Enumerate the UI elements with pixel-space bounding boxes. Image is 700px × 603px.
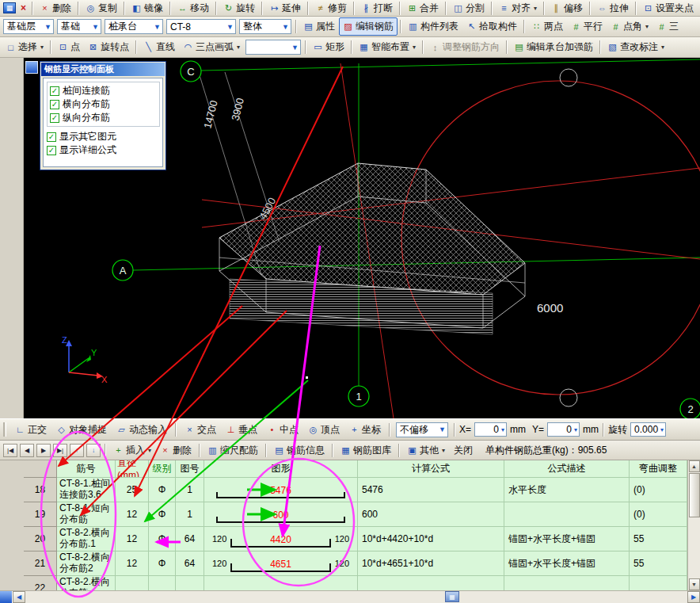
two-point-button[interactable]: ∷两点 bbox=[527, 17, 567, 36]
checkbox-checked-icon[interactable]: ✓ bbox=[50, 113, 59, 123]
delete-row-button[interactable]: ×删除 bbox=[156, 441, 196, 460]
cell-diameter[interactable] bbox=[116, 576, 149, 590]
scrollbar-track[interactable]: ▦ bbox=[25, 591, 687, 603]
header-rebar-id[interactable]: 筋号 bbox=[57, 460, 116, 478]
cell-rebar-id[interactable]: CT-8-2.横向分布筋 bbox=[57, 576, 116, 590]
checkbox-checked-icon[interactable]: ✓ bbox=[47, 132, 56, 142]
cell-level[interactable] bbox=[149, 576, 176, 590]
cell-rebar-id[interactable]: CT-8-2.横向分布筋.1 bbox=[57, 527, 116, 551]
merge-button[interactable]: ⊞合并 bbox=[403, 0, 443, 17]
rotate-point-button[interactable]: ⊠旋转点 bbox=[84, 38, 133, 56]
type-select[interactable]: 桩承台▼ bbox=[105, 19, 163, 34]
rotate-button[interactable]: ↻旋转 bbox=[219, 0, 259, 17]
close-icon[interactable]: × bbox=[17, 2, 29, 13]
point-button[interactable]: ⊡点 bbox=[54, 38, 84, 56]
spinner-icon[interactable]: ▾ bbox=[574, 426, 577, 433]
prev-row-button[interactable]: ◀ bbox=[20, 444, 34, 457]
row-number[interactable]: 22 bbox=[24, 576, 57, 590]
rebar-row-22[interactable]: 22 CT-8-2.横向分布筋 bbox=[24, 576, 687, 590]
cell-level[interactable]: Φ bbox=[149, 502, 176, 527]
row-number[interactable]: 21 bbox=[24, 551, 57, 576]
cell-figure-no[interactable]: 1 bbox=[176, 502, 204, 527]
cell-diameter[interactable]: 12 bbox=[116, 527, 149, 551]
cell-formula[interactable]: 10*d+4651+10*d bbox=[358, 551, 504, 576]
scroll-up-icon[interactable]: ▲ bbox=[689, 460, 700, 472]
move-down-button[interactable]: ↓ bbox=[86, 444, 101, 457]
three-point-arc-button[interactable]: ◠三点画弧▾ bbox=[179, 38, 244, 56]
point-angle-button[interactable]: #点角▾ bbox=[607, 17, 652, 36]
scale-rebar-button[interactable]: ▥缩尺配筋 bbox=[204, 441, 262, 460]
cell-formula[interactable] bbox=[358, 576, 504, 590]
next-row-button[interactable]: ▶ bbox=[36, 444, 51, 457]
cell-formula[interactable]: 5476 bbox=[358, 478, 504, 502]
scrollbar-thumb[interactable] bbox=[689, 473, 700, 517]
cell-bend-adjust[interactable]: 55 bbox=[630, 527, 687, 551]
cell-formula-desc[interactable]: 锚固+水平长度+锚固 bbox=[504, 527, 630, 551]
copy-button[interactable]: ◎复制 bbox=[82, 0, 121, 17]
cell-shape[interactable] bbox=[204, 576, 358, 590]
rebar-library-button[interactable]: ▦钢筋图库 bbox=[337, 441, 395, 460]
horizontal-scrollbar[interactable]: ◀ ▦ ▶ bbox=[0, 590, 700, 603]
checkbox-longitudinal-rebar[interactable]: ✓纵向分布筋 bbox=[50, 111, 157, 124]
cell-shape[interactable]: 120 4420 120 bbox=[204, 527, 358, 551]
header-formula[interactable]: 计算公式 bbox=[358, 460, 504, 478]
cell-rebar-id[interactable]: CT-8-1.桩间连接筋3.6 bbox=[57, 478, 116, 502]
cell-diameter[interactable]: 12 bbox=[116, 551, 149, 576]
midpoint-snap-button[interactable]: •中点 bbox=[263, 421, 302, 439]
scroll-right-icon[interactable]: ▶ bbox=[687, 591, 700, 603]
select-button[interactable]: □选择▾ bbox=[2, 38, 48, 56]
header-shape[interactable]: 图形 bbox=[204, 460, 358, 478]
stretch-button[interactable]: ⇔拉伸 bbox=[593, 0, 633, 17]
coordinate-snap-button[interactable]: +坐标 bbox=[345, 421, 385, 439]
toolbar-grip[interactable] bbox=[3, 422, 6, 437]
cell-level[interactable]: Φ bbox=[149, 527, 176, 551]
row-number[interactable]: 18 bbox=[24, 478, 57, 502]
trim-button[interactable]: ≠修剪 bbox=[311, 0, 351, 17]
layer-mini-icon[interactable] bbox=[25, 61, 38, 74]
spinner-icon[interactable]: ▾ bbox=[501, 426, 504, 433]
rebar-info-button[interactable]: ▤钢筋信息 bbox=[270, 441, 329, 460]
category-select[interactable]: 基础▼ bbox=[57, 19, 101, 34]
spinner-icon[interactable]: ▾ bbox=[660, 426, 664, 433]
header-bend-adjust[interactable]: 弯曲调整 bbox=[630, 460, 687, 478]
break-button[interactable]: ∦打断 bbox=[357, 0, 397, 17]
offset-button[interactable]: ∥偏移 bbox=[547, 0, 587, 17]
view-mode-select[interactable]: 整体▼ bbox=[239, 19, 291, 34]
cell-figure-no[interactable]: 64 bbox=[176, 551, 204, 576]
mirror-button[interactable]: ◧镜像 bbox=[127, 0, 167, 17]
cell-bend-adjust[interactable] bbox=[630, 576, 687, 590]
rectangle-button[interactable]: ▭矩形 bbox=[309, 38, 348, 56]
checkbox-checked-icon[interactable]: ✓ bbox=[50, 100, 59, 109]
cell-diameter[interactable]: 25 bbox=[116, 478, 149, 502]
table-vertical-scrollbar[interactable]: ▲ ▼ bbox=[687, 460, 700, 590]
cell-shape[interactable]: 120 4651 120 bbox=[204, 551, 358, 576]
other-button[interactable]: ▣其他▾ bbox=[403, 441, 449, 460]
cell-formula-desc[interactable]: 水平长度 bbox=[504, 478, 630, 502]
checkbox-show-detail-formula[interactable]: ✓显示详细公式 bbox=[47, 143, 160, 157]
delete-button[interactable]: ×删除 bbox=[36, 0, 75, 17]
header-diameter[interactable]: 直径(mm) bbox=[116, 460, 149, 478]
extend-button[interactable]: ↦延伸 bbox=[265, 0, 305, 17]
checkbox-checked-icon[interactable]: ✓ bbox=[47, 146, 56, 155]
perpendicular-snap-button[interactable]: ⊥垂点 bbox=[222, 421, 261, 439]
cell-bend-adjust[interactable]: (0) bbox=[630, 478, 687, 502]
rebar-row-19[interactable]: 19 CT-8-1.短向分布筋 12 Φ 1 600 600 (0) bbox=[24, 502, 687, 527]
align-button[interactable]: ≡对齐▾ bbox=[495, 0, 541, 17]
component-name-select[interactable]: CT-8▼ bbox=[166, 19, 236, 34]
last-row-button[interactable]: ▶| bbox=[53, 444, 67, 457]
row-number[interactable]: 20 bbox=[24, 527, 57, 551]
header-formula-desc[interactable]: 公式描述 bbox=[504, 460, 630, 478]
ortho-toggle[interactable]: ∟正交 bbox=[11, 421, 51, 439]
cell-shape[interactable]: 600 bbox=[204, 502, 358, 527]
cell-level[interactable]: Φ bbox=[149, 478, 176, 502]
cell-figure-no[interactable]: 64 bbox=[176, 527, 204, 551]
rebar-row-18[interactable]: 18 CT-8-1.桩间连接筋3.6 25 Φ 1 5476 5476 水平长度… bbox=[24, 478, 687, 502]
checkbox-transverse-rebar[interactable]: ✓横向分布筋 bbox=[50, 97, 157, 111]
vertex-snap-button[interactable]: ◎顶点 bbox=[304, 421, 344, 439]
arc-option-select[interactable]: ▼ bbox=[245, 40, 301, 55]
edit-rebar-button[interactable]: ▨编辑钢筋 bbox=[339, 17, 398, 36]
cell-shape[interactable]: 5476 bbox=[204, 478, 358, 502]
app-icon[interactable]: ▦ bbox=[3, 2, 16, 13]
object-snap-toggle[interactable]: ◇对象捕捉 bbox=[52, 421, 111, 439]
cell-formula-desc[interactable]: 锚固+水平长度+锚固 bbox=[504, 551, 630, 576]
